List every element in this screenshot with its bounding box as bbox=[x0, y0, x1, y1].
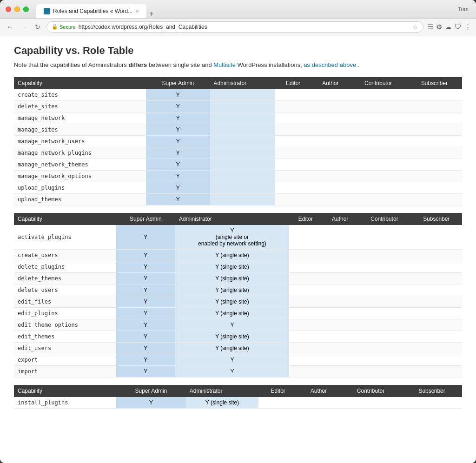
reload-button[interactable]: ↻ bbox=[33, 22, 43, 32]
author-cell bbox=[311, 135, 350, 147]
described-above-link[interactable]: as described above bbox=[304, 61, 356, 68]
note-end: . bbox=[356, 61, 359, 68]
table-row: edit_pluginsYY (single site) bbox=[14, 307, 462, 319]
table-row: delete_themesYY (single site) bbox=[14, 272, 462, 284]
administrator-cell: Y (single site) bbox=[186, 397, 259, 409]
col-editor-3: Editor bbox=[258, 385, 298, 397]
cloud-icon[interactable]: ☁ bbox=[445, 23, 452, 31]
table-row: delete_sitesY bbox=[14, 100, 462, 112]
col-capability-3: Capability bbox=[14, 385, 116, 397]
contributor-cell bbox=[350, 135, 407, 147]
capability-cell: manage_network_users bbox=[14, 135, 146, 147]
col-super-admin-2: Super Admin bbox=[116, 213, 175, 225]
super-admin-cell: Y bbox=[116, 307, 175, 319]
toolbar-icons: ☰ ⚙ ☁ 🛡 ⋮ bbox=[427, 23, 471, 31]
editor-cell bbox=[289, 354, 322, 365]
subscriber-cell bbox=[411, 296, 462, 307]
contributor-cell bbox=[358, 365, 410, 377]
author-cell bbox=[311, 124, 350, 135]
subscriber-cell bbox=[411, 319, 462, 331]
author-cell bbox=[322, 225, 358, 250]
minimize-button[interactable] bbox=[14, 7, 20, 12]
reading-list-icon[interactable]: ☰ bbox=[427, 23, 433, 31]
subscriber-cell bbox=[411, 225, 462, 250]
table-row: create_usersYY (single site) bbox=[14, 249, 462, 261]
editor-cell bbox=[275, 147, 311, 159]
capability-cell: manage_network_options bbox=[14, 170, 146, 182]
administrator-cell: Y (single site) bbox=[175, 261, 289, 272]
col-administrator-1: Administrator bbox=[210, 77, 276, 89]
super-admin-cell: Y bbox=[116, 261, 175, 272]
super-admin-cell: Y bbox=[116, 331, 175, 342]
col-subscriber-2: Subscriber bbox=[411, 213, 462, 225]
browser-window: Roles and Capabilities « Word... ✕ + Tom… bbox=[0, 0, 476, 463]
page-title: Capability vs. Role Table bbox=[14, 45, 462, 57]
bookmark-icon[interactable]: ☆ bbox=[412, 23, 418, 31]
maximize-button[interactable] bbox=[23, 7, 29, 12]
editor-cell bbox=[275, 193, 311, 205]
author-cell bbox=[311, 170, 350, 182]
new-tab-button[interactable]: + bbox=[146, 10, 156, 18]
super-admin-cell: Y bbox=[146, 147, 210, 159]
capability-table-1: Capability Super Admin Administrator Edi… bbox=[14, 77, 462, 205]
subscriber-cell bbox=[411, 331, 462, 342]
forward-button[interactable]: → bbox=[19, 22, 29, 32]
author-cell bbox=[311, 147, 350, 159]
super-admin-cell: Y bbox=[146, 100, 210, 112]
note-text-3: WordPress installations, bbox=[236, 61, 304, 68]
col-super-admin-3: Super Admin bbox=[116, 385, 186, 397]
back-button[interactable]: ← bbox=[5, 22, 15, 32]
super-admin-cell: Y bbox=[146, 193, 210, 205]
subscriber-cell bbox=[411, 249, 462, 261]
capability-cell: create_sites bbox=[14, 89, 146, 101]
super-admin-cell: Y bbox=[116, 296, 175, 307]
subscriber-cell bbox=[411, 365, 462, 377]
author-cell bbox=[311, 193, 350, 205]
editor-cell bbox=[289, 272, 322, 284]
close-button[interactable] bbox=[6, 7, 11, 12]
contributor-cell bbox=[350, 193, 407, 205]
subscriber-cell bbox=[411, 284, 462, 296]
table-row: manage_network_usersY bbox=[14, 135, 462, 147]
subscriber-cell bbox=[407, 135, 462, 147]
subscriber-cell bbox=[407, 112, 462, 124]
col-subscriber-1: Subscriber bbox=[407, 77, 462, 89]
table-row: edit_themesYY (single site) bbox=[14, 331, 462, 342]
administrator-cell bbox=[210, 112, 276, 124]
subscriber-cell bbox=[407, 100, 462, 112]
subscriber-cell bbox=[402, 397, 462, 409]
traffic-lights bbox=[6, 7, 29, 12]
subscriber-cell bbox=[411, 272, 462, 284]
capability-table-2: Capability Super Admin Administrator Edi… bbox=[14, 213, 462, 377]
super-admin-cell: Y bbox=[116, 397, 186, 409]
col-capability-1: Capability bbox=[14, 77, 146, 89]
editor-cell bbox=[275, 100, 311, 112]
author-cell bbox=[311, 100, 350, 112]
url-bar[interactable]: 🔒 Secure https://codex.wordpress.org/Rol… bbox=[46, 21, 423, 33]
contributor-cell bbox=[350, 112, 407, 124]
capability-cell: create_users bbox=[14, 249, 116, 261]
active-tab[interactable]: Roles and Capabilities « Word... ✕ bbox=[36, 4, 146, 18]
super-admin-cell: Y bbox=[116, 225, 175, 250]
extensions-icon[interactable]: ⚙ bbox=[436, 23, 442, 31]
capability-cell: manage_network_themes bbox=[14, 159, 146, 170]
tab-close-icon[interactable]: ✕ bbox=[135, 9, 139, 14]
subscriber-cell bbox=[407, 89, 462, 101]
menu-icon[interactable]: ⋮ bbox=[464, 23, 471, 31]
author-cell bbox=[322, 365, 358, 377]
editor-cell bbox=[289, 284, 322, 296]
multisite-link[interactable]: Multisite bbox=[213, 61, 236, 68]
col-contributor-3: Contributor bbox=[340, 385, 402, 397]
capability-cell: manage_network_plugins bbox=[14, 147, 146, 159]
tab-area: Roles and Capabilities « Word... ✕ + bbox=[36, 0, 157, 18]
editor-cell bbox=[258, 397, 298, 409]
page-content: Capability vs. Role Table Note that the … bbox=[0, 35, 476, 463]
administrator-cell: Y (single site) bbox=[175, 249, 289, 261]
table-row: importYY bbox=[14, 365, 462, 377]
administrator-cell: Y bbox=[175, 319, 289, 331]
capability-cell: activate_plugins bbox=[14, 225, 116, 250]
capability-cell: delete_themes bbox=[14, 272, 116, 284]
shield-icon[interactable]: 🛡 bbox=[455, 23, 462, 31]
subscriber-cell bbox=[407, 159, 462, 170]
col-subscriber-3: Subscriber bbox=[402, 385, 462, 397]
